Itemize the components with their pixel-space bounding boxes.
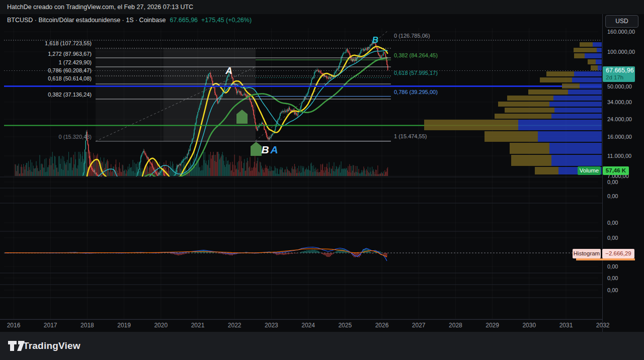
year-label-2019: 2019 bbox=[117, 322, 131, 329]
year-label-2022: 2022 bbox=[228, 322, 242, 329]
histogram-underline bbox=[576, 258, 635, 260]
price-tick: 11.000,00 bbox=[607, 153, 631, 159]
year-label-2023: 2023 bbox=[265, 322, 278, 329]
price-tick: 34.000,00 bbox=[607, 99, 632, 105]
symbol-title[interactable]: BTCUSD · Bitcoin/Dólar estadounidense · … bbox=[7, 17, 166, 24]
chart-graphics bbox=[0, 14, 602, 332]
price-tick: 0,00 bbox=[607, 275, 618, 281]
price-tick: 16.000,00 bbox=[607, 134, 632, 140]
year-label-2021: 2021 bbox=[191, 322, 205, 329]
tradingview-brand-text: TradingView bbox=[23, 340, 80, 351]
price-tick: 100.000,00 bbox=[607, 49, 635, 55]
price-tick: 50.000,00 bbox=[607, 83, 632, 89]
volume-value-badge: 57,46 K bbox=[603, 166, 629, 175]
year-label-2029: 2029 bbox=[486, 322, 499, 329]
price-tick: 0,00 bbox=[607, 235, 618, 241]
attribution-banner: HatchDe creado con TradingView.com, el F… bbox=[0, 0, 644, 14]
last-price-badge: 67.665,96 2d 17h bbox=[603, 66, 635, 82]
price-tick: 0,00 bbox=[607, 193, 618, 199]
price-tick: 160.000,00 bbox=[607, 29, 635, 35]
time-axis[interactable]: 2016201720182019202020212022202320242025… bbox=[0, 319, 602, 332]
volume-indicator-label: Volume bbox=[578, 166, 601, 175]
tradingview-logo-icon bbox=[8, 340, 25, 352]
volume-profile bbox=[424, 42, 602, 174]
year-label-2031: 2031 bbox=[559, 322, 573, 329]
price-tick: 0,00 bbox=[607, 220, 618, 226]
histogram-indicator-label: Histogram bbox=[573, 249, 601, 258]
tradingview-chart-window: HatchDe creado con TradingView.com, el F… bbox=[0, 0, 644, 360]
year-label-2032: 2032 bbox=[596, 322, 610, 329]
year-label-2026: 2026 bbox=[375, 322, 389, 329]
legend-last-price: 67.665,96 bbox=[170, 17, 198, 24]
footer-bar: TradingView bbox=[0, 332, 644, 360]
bar-countdown: 2d 17h bbox=[606, 74, 635, 81]
year-label-2024: 2024 bbox=[301, 322, 315, 329]
year-label-2025: 2025 bbox=[338, 322, 352, 329]
legend-change: +175,45 (+0,26%) bbox=[201, 17, 252, 24]
symbol-legend[interactable]: BTCUSD · Bitcoin/Dólar estadounidense · … bbox=[7, 17, 252, 25]
year-label-2020: 2020 bbox=[154, 322, 168, 329]
currency-button[interactable]: USD bbox=[605, 15, 638, 28]
year-label-2030: 2030 bbox=[522, 322, 536, 329]
signal-line bbox=[5, 249, 387, 257]
year-label-2016: 2016 bbox=[7, 322, 21, 329]
year-label-2017: 2017 bbox=[44, 322, 57, 329]
price-tick: 0,00 bbox=[607, 263, 618, 269]
year-label-2027: 2027 bbox=[412, 322, 426, 329]
histogram-value-badge: −2.666,29 bbox=[602, 249, 634, 258]
price-tick: 24.000,00 bbox=[607, 116, 632, 122]
year-label-2018: 2018 bbox=[80, 322, 94, 329]
year-label-2028: 2028 bbox=[449, 322, 462, 329]
price-tick: 0,00 bbox=[607, 287, 618, 293]
histogram-bars-negative bbox=[6, 253, 387, 257]
last-price-value: 67.665,96 bbox=[606, 67, 635, 74]
price-tick: 0,00 bbox=[607, 179, 618, 185]
chart-canvas[interactable] bbox=[0, 14, 602, 332]
long-marker-2[interactable] bbox=[251, 142, 262, 156]
